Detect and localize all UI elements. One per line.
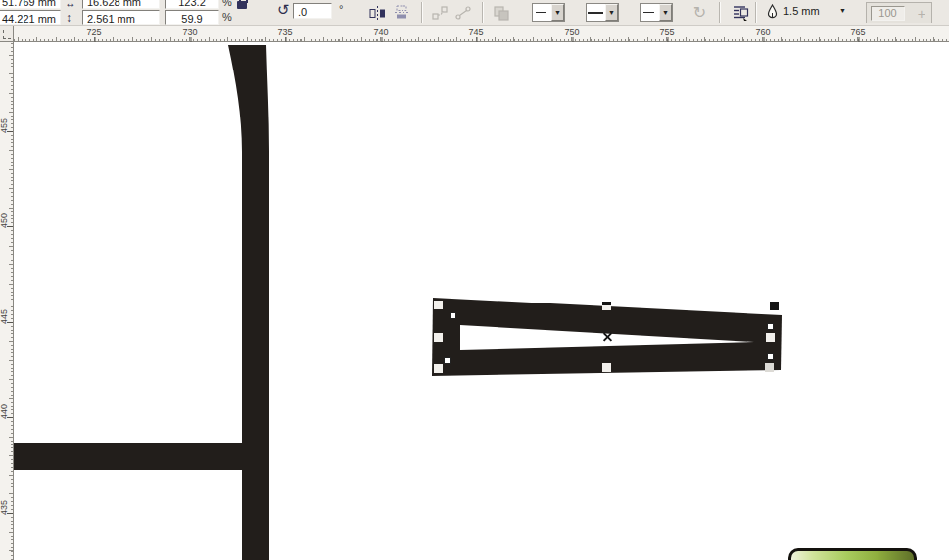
object-position-x-field[interactable]: 51.769 mm bbox=[0, 0, 61, 9]
nodes-icon bbox=[432, 6, 448, 20]
outline-pen-icon bbox=[766, 4, 779, 20]
combine-button[interactable] bbox=[490, 2, 512, 23]
copy-properties-button[interactable]: ↻ bbox=[688, 2, 711, 23]
workspace: 455 450 445 440 435 bbox=[0, 42, 949, 560]
canvas[interactable] bbox=[14, 42, 949, 560]
selection-center-marker[interactable] bbox=[603, 332, 612, 341]
degree-label: ° bbox=[339, 3, 343, 15]
object-width-icon: ↔ bbox=[65, 0, 76, 9]
curve-icon bbox=[455, 6, 471, 20]
curve-node[interactable] bbox=[444, 357, 451, 364]
reduce-nodes-button[interactable] bbox=[428, 2, 451, 23]
selection-handle-middle-left[interactable] bbox=[434, 333, 443, 342]
object-width-field[interactable]: 16.628 mm bbox=[82, 0, 160, 9]
transparency-value-field[interactable]: 100 bbox=[871, 6, 905, 21]
photo-object[interactable] bbox=[788, 548, 917, 560]
toolbar-separator bbox=[719, 2, 721, 23]
selection-handle-bottom-right[interactable] bbox=[765, 363, 774, 372]
ruler-tick bbox=[7, 513, 13, 514]
chevron-down-icon[interactable]: ▼ bbox=[551, 4, 564, 21]
vertical-ruler[interactable]: 455 450 445 440 435 bbox=[0, 42, 14, 560]
mirror-vertical-button[interactable] bbox=[391, 2, 413, 23]
horizontal-bar-shape[interactable] bbox=[14, 443, 242, 470]
end-arrowhead-preview bbox=[641, 4, 659, 21]
outline-width-combo[interactable]: 1.5 mm ▼ bbox=[764, 0, 852, 25]
selection-handle-top-middle[interactable] bbox=[602, 302, 611, 310]
rotation-angle-field[interactable]: .0 bbox=[293, 3, 332, 19]
ruler-label: 765 bbox=[850, 27, 865, 37]
toolbar-separator bbox=[755, 2, 757, 23]
ruler-tick bbox=[7, 226, 13, 227]
selection-handle-middle-right[interactable] bbox=[766, 333, 775, 342]
ruler-label: 725 bbox=[86, 27, 101, 37]
ruler-tick bbox=[7, 417, 13, 418]
percent-label-x: % bbox=[222, 0, 232, 8]
ruler-label: 755 bbox=[659, 27, 674, 37]
ruler-row: 725 730 735 740 745 750 755 760 765 bbox=[0, 26, 949, 42]
wrap-paragraph-text-button[interactable] bbox=[729, 2, 751, 23]
chevron-down-icon[interactable]: ▼ bbox=[839, 7, 846, 14]
ruler-origin-corner[interactable] bbox=[0, 26, 14, 42]
curve-node[interactable] bbox=[767, 353, 774, 360]
app-window: 51.769 mm 44.221 mm ↔ ↕ 16.628 mm 2.561 … bbox=[0, 0, 949, 560]
selection-handle-top-left[interactable] bbox=[434, 301, 443, 309]
curved-arrow-icon: ↻ bbox=[693, 7, 706, 19]
curve-node[interactable] bbox=[450, 312, 456, 319]
curve-node[interactable] bbox=[767, 323, 774, 330]
start-arrowhead-preview bbox=[533, 4, 551, 21]
selection-handle-top-right[interactable] bbox=[770, 302, 779, 310]
spinner-icon[interactable]: + bbox=[918, 7, 925, 21]
ruler-label: 735 bbox=[277, 27, 292, 37]
scale-x-field[interactable]: 123.2 bbox=[165, 0, 219, 9]
percent-label-y: % bbox=[222, 11, 232, 23]
outline-style-preview bbox=[587, 4, 605, 21]
mirror-vertical-icon bbox=[395, 5, 410, 20]
curve-tool-button[interactable] bbox=[451, 2, 474, 23]
end-arrowhead-selector[interactable]: ▼ bbox=[640, 3, 673, 22]
object-height-icon: ↕ bbox=[66, 12, 71, 23]
object-position-y-field[interactable]: 44.221 mm bbox=[0, 10, 61, 25]
ruler-tick bbox=[7, 322, 13, 323]
toolbar-separator bbox=[482, 2, 484, 23]
chevron-down-icon[interactable]: ▼ bbox=[605, 4, 618, 21]
transparency-group: 100 + bbox=[866, 2, 932, 23]
vertical-bar-shape[interactable] bbox=[228, 45, 269, 560]
ruler-label: 760 bbox=[755, 27, 770, 37]
selection-handle-bottom-left[interactable] bbox=[434, 364, 443, 373]
horizontal-ruler[interactable]: 725 730 735 740 745 750 755 760 765 bbox=[14, 26, 949, 42]
selection-handle-bottom-middle[interactable] bbox=[602, 363, 611, 372]
ruler-tick bbox=[7, 131, 13, 132]
mirror-horizontal-icon bbox=[369, 6, 386, 20]
property-bar: 51.769 mm 44.221 mm ↔ ↕ 16.628 mm 2.561 … bbox=[0, 0, 949, 26]
outline-width-value: 1.5 mm bbox=[783, 5, 820, 17]
start-arrowhead-selector[interactable]: ▼ bbox=[532, 3, 565, 22]
ruler-label: 745 bbox=[468, 27, 483, 37]
mirror-horizontal-button[interactable] bbox=[366, 2, 389, 23]
ruler-label: 730 bbox=[182, 27, 197, 37]
outline-style-selector[interactable]: ▼ bbox=[586, 3, 619, 22]
wrap-text-icon bbox=[732, 4, 749, 22]
ruler-label: 750 bbox=[564, 27, 579, 37]
object-height-field[interactable]: 2.561 mm bbox=[82, 10, 160, 25]
chevron-down-icon[interactable]: ▼ bbox=[659, 4, 672, 21]
nonproportional-scaling-lock-icon[interactable] bbox=[237, 1, 247, 9]
combine-icon bbox=[493, 5, 509, 21]
rotation-icon: ↺ bbox=[277, 4, 290, 16]
ruler-label: 740 bbox=[373, 27, 388, 37]
toolbar-separator bbox=[421, 2, 423, 23]
scale-y-field[interactable]: 59.9 bbox=[165, 10, 219, 25]
